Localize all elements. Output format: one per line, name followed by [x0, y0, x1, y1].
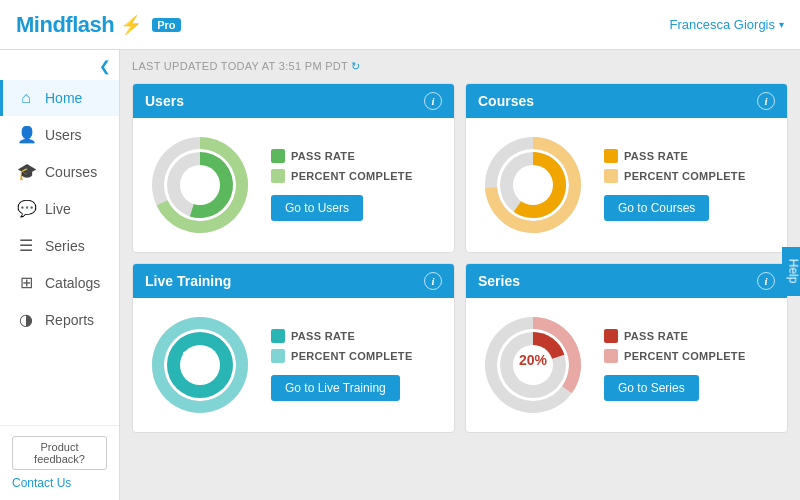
sidebar-nav: ⌂ Home 👤 Users 🎓 Courses 💬 Live ☰ Series… [0, 50, 119, 425]
sidebar-item-users[interactable]: 👤 Users [0, 116, 119, 153]
legend-dot-live-1 [271, 349, 285, 363]
card-title-users: Users [145, 93, 184, 109]
legend-item-live-1: PERCENT COMPLETE [271, 349, 442, 363]
legend-label-live-1: PERCENT COMPLETE [291, 350, 413, 362]
legend-item-courses-0: PASS RATE [604, 149, 775, 163]
legend-label-series-1: PERCENT COMPLETE [624, 350, 746, 362]
card-legend-series: PASS RATE PERCENT COMPLETE Go to Series [604, 329, 775, 401]
sidebar-label-users: Users [45, 127, 82, 143]
sidebar-footer: Product feedback? Contact Us [0, 425, 119, 500]
sidebar-label-series: Series [45, 238, 85, 254]
sidebar-label-reports: Reports [45, 312, 94, 328]
users-icon: 👤 [17, 125, 35, 144]
legend-label-users-1: PERCENT COMPLETE [291, 170, 413, 182]
card-series: Series i 20% 35% PASS RATE [465, 263, 788, 433]
legend-item-series-0: PASS RATE [604, 329, 775, 343]
card-legend-live: PASS RATE PERCENT COMPLETE Go to Live Tr… [271, 329, 442, 401]
live-icon: 💬 [17, 199, 35, 218]
chart-container-series: 20% 35% [478, 310, 588, 420]
help-tab[interactable]: Help [783, 247, 800, 296]
sidebar-collapse-button[interactable]: ❮ [99, 58, 111, 74]
catalogs-icon: ⊞ [17, 273, 35, 292]
svg-point-7 [513, 165, 553, 205]
header: Mindflash ⚡ Pro Francesca Giorgis ▾ [0, 0, 800, 50]
info-icon-courses[interactable]: i [757, 92, 775, 110]
legend-label-live-0: PASS RATE [291, 330, 355, 342]
card-title-live: Live Training [145, 273, 231, 289]
legend-dot-series-1 [604, 349, 618, 363]
legend-dot-users-1 [271, 169, 285, 183]
logo-text: Mindflash [16, 12, 114, 38]
legend-item-users-0: PASS RATE [271, 149, 442, 163]
card-header-courses: Courses i [466, 84, 787, 118]
user-info[interactable]: Francesca Giorgis ▾ [670, 17, 784, 32]
legend-item-courses-1: PERCENT COMPLETE [604, 169, 775, 183]
logo-area: Mindflash ⚡ Pro [16, 12, 181, 38]
info-icon-series[interactable]: i [757, 272, 775, 290]
home-icon: ⌂ [17, 89, 35, 107]
sidebar-label-live: Live [45, 201, 71, 217]
go-button-users[interactable]: Go to Users [271, 195, 363, 221]
svg-point-3 [180, 165, 220, 205]
series-icon: ☰ [17, 236, 35, 255]
main-layout: ❮ ⌂ Home 👤 Users 🎓 Courses 💬 Live ☰ Seri… [0, 50, 800, 500]
dashboard-grid: Users i 55% 68% PASS RATE [132, 83, 788, 433]
info-icon-live[interactable]: i [424, 272, 442, 290]
contact-us-link[interactable]: Contact Us [12, 476, 107, 490]
card-header-live: Live Training i [133, 264, 454, 298]
legend-dot-courses-0 [604, 149, 618, 163]
card-legend-users: PASS RATE PERCENT COMPLETE Go to Users [271, 149, 442, 221]
chart-container-users: 55% 68% [145, 130, 255, 240]
last-updated-text: LAST UPDATED TODAY AT 3:51 PM PDT ↻ [132, 60, 788, 73]
main-content: LAST UPDATED TODAY AT 3:51 PM PDT ↻ User… [120, 50, 800, 500]
courses-icon: 🎓 [17, 162, 35, 181]
card-title-courses: Courses [478, 93, 534, 109]
card-body-users: 55% 68% PASS RATE PERCENT COMPLETE Go to… [133, 118, 454, 252]
card-legend-courses: PASS RATE PERCENT COMPLETE Go to Courses [604, 149, 775, 221]
logo-pro-badge: Pro [152, 18, 180, 32]
card-live: Live Training i 100% 100% PASS RATE [132, 263, 455, 433]
legend-item-series-1: PERCENT COMPLETE [604, 349, 775, 363]
sidebar-label-catalogs: Catalogs [45, 275, 100, 291]
svg-point-16 [513, 345, 553, 385]
card-body-series: 20% 35% PASS RATE PERCENT COMPLETE Go to… [466, 298, 787, 432]
card-courses: Courses i 60% 74% PASS RATE [465, 83, 788, 253]
chart-container-courses: 60% 74% [478, 130, 588, 240]
user-name: Francesca Giorgis [670, 17, 775, 32]
user-dropdown-chevron[interactable]: ▾ [779, 19, 784, 30]
refresh-icon[interactable]: ↻ [351, 60, 360, 72]
legend-dot-live-0 [271, 329, 285, 343]
sidebar-label-home: Home [45, 90, 82, 106]
svg-point-12 [180, 345, 220, 385]
go-button-live[interactable]: Go to Live Training [271, 375, 400, 401]
sidebar-item-live[interactable]: 💬 Live [0, 190, 119, 227]
legend-label-courses-1: PERCENT COMPLETE [624, 170, 746, 182]
go-button-courses[interactable]: Go to Courses [604, 195, 709, 221]
legend-dot-series-0 [604, 329, 618, 343]
sidebar-label-courses: Courses [45, 164, 97, 180]
legend-dot-courses-1 [604, 169, 618, 183]
card-header-series: Series i [466, 264, 787, 298]
card-users: Users i 55% 68% PASS RATE [132, 83, 455, 253]
chart-container-live: 100% 100% [145, 310, 255, 420]
legend-label-series-0: PASS RATE [624, 330, 688, 342]
card-body-courses: 60% 74% PASS RATE PERCENT COMPLETE Go to… [466, 118, 787, 252]
legend-label-users-0: PASS RATE [291, 150, 355, 162]
sidebar-item-catalogs[interactable]: ⊞ Catalogs [0, 264, 119, 301]
info-icon-users[interactable]: i [424, 92, 442, 110]
sidebar-item-courses[interactable]: 🎓 Courses [0, 153, 119, 190]
logo-lightning: ⚡ [120, 14, 142, 36]
sidebar-item-reports[interactable]: ◑ Reports [0, 301, 119, 338]
legend-label-courses-0: PASS RATE [624, 150, 688, 162]
card-body-live: 100% 100% PASS RATE PERCENT COMPLETE Go … [133, 298, 454, 432]
product-feedback-button[interactable]: Product feedback? [12, 436, 107, 470]
card-title-series: Series [478, 273, 520, 289]
go-button-series[interactable]: Go to Series [604, 375, 699, 401]
card-header-users: Users i [133, 84, 454, 118]
legend-item-live-0: PASS RATE [271, 329, 442, 343]
sidebar-item-home[interactable]: ⌂ Home [0, 80, 119, 116]
sidebar-item-series[interactable]: ☰ Series [0, 227, 119, 264]
legend-dot-users-0 [271, 149, 285, 163]
reports-icon: ◑ [17, 310, 35, 329]
legend-item-users-1: PERCENT COMPLETE [271, 169, 442, 183]
